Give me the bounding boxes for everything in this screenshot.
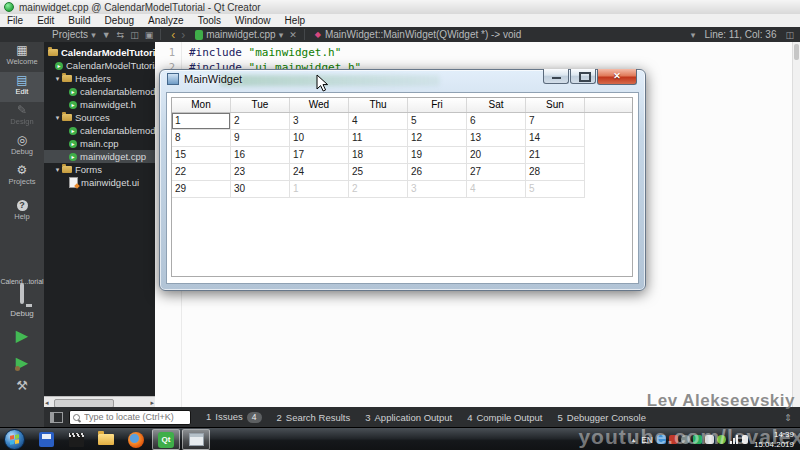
nav-forward-icon[interactable]: ›: [181, 28, 185, 42]
column-header[interactable]: Tue: [231, 98, 290, 112]
calendar-cell[interactable]: 17: [290, 147, 349, 164]
run-debug-button[interactable]: ▶: [16, 354, 28, 372]
calendar-cell[interactable]: 30: [231, 181, 290, 198]
tree-item-forms-group[interactable]: ▾ Forms: [44, 163, 155, 176]
open-document-name[interactable]: mainwidget.cpp: [206, 29, 275, 40]
symbol-dropdown-icon[interactable]: ▾: [691, 30, 696, 40]
calendar-cell[interactable]: 12: [408, 130, 467, 147]
calendar-cell[interactable]: 8: [172, 130, 231, 147]
link-editor-icon[interactable]: ⇆: [117, 30, 125, 40]
calendar-cell[interactable]: 14: [526, 130, 585, 147]
column-header[interactable]: Mon: [172, 98, 231, 112]
close-button[interactable]: ✕: [597, 69, 637, 85]
calendar-cell[interactable]: 16: [231, 147, 290, 164]
calendar-cell[interactable]: 26: [408, 164, 467, 181]
tree-item-source-file-selected[interactable]: ▸ mainwidget.cpp: [44, 150, 155, 163]
editor-vscrollbar[interactable]: [792, 42, 800, 407]
locator[interactable]: [69, 410, 191, 425]
start-button[interactable]: [4, 429, 25, 450]
taskbar-mainwidget-app[interactable]: [182, 429, 210, 450]
taskbar-qt-creator[interactable]: Qt: [152, 429, 180, 450]
mode-debug[interactable]: ◎ Debug: [0, 132, 44, 162]
maximize-button[interactable]: [570, 69, 596, 84]
mode-projects[interactable]: ⚙ Projects: [0, 162, 44, 192]
pane-debugger-console[interactable]: 5Debugger Console: [557, 412, 646, 423]
taskbar-app-1[interactable]: [32, 429, 60, 450]
tree-item-source-file[interactable]: ▸ main.cpp: [44, 137, 155, 150]
calendar-cell[interactable]: 3: [290, 113, 349, 130]
calendar-cell[interactable]: 4: [349, 113, 408, 130]
run-button[interactable]: ▶: [16, 327, 28, 345]
calendar-cell[interactable]: 6: [467, 113, 526, 130]
os-titlebar[interactable]: mainwidget.cpp @ CalendarModelTutorial -…: [0, 0, 800, 15]
calendar-cell[interactable]: 27: [467, 164, 526, 181]
calendar-table[interactable]: Mon Tue Wed Thu Fri Sat Sun 1 2 3 4 5 6 …: [171, 97, 633, 277]
pane-compile-output[interactable]: 4Compile Output: [467, 412, 542, 423]
calendar-cell-next-month[interactable]: 4: [467, 181, 526, 198]
chevron-down-icon[interactable]: ▾: [91, 30, 96, 40]
menu-build[interactable]: Build: [61, 14, 97, 27]
mode-welcome[interactable]: ▦ Welcome: [0, 42, 44, 72]
calendar-cell[interactable]: 10: [290, 130, 349, 147]
pane-arrows-icon[interactable]: ⇕: [784, 412, 792, 423]
calendar-cell[interactable]: 7: [526, 113, 585, 130]
column-header[interactable]: Wed: [290, 98, 349, 112]
minimize-button[interactable]: [543, 69, 569, 84]
tree-item-header-file[interactable]: ▸ calendartablemodel.h: [44, 85, 155, 98]
calendar-cell[interactable]: 9: [231, 130, 290, 147]
pane-search-results[interactable]: 2Search Results: [277, 412, 351, 423]
calendar-cell[interactable]: 18: [349, 147, 408, 164]
column-header[interactable]: Sun: [526, 98, 585, 112]
column-header[interactable]: Sat: [467, 98, 526, 112]
calendar-cell[interactable]: 19: [408, 147, 467, 164]
calendar-cell[interactable]: 5: [408, 113, 467, 130]
taskbar-app-4[interactable]: [122, 429, 150, 450]
tree-item-source-file[interactable]: ▸ calendartablemodel.cpp: [44, 124, 155, 137]
close-document-icon[interactable]: ✕: [289, 30, 297, 40]
calendar-cell[interactable]: 13: [467, 130, 526, 147]
pane-issues[interactable]: 1Issues4: [206, 411, 262, 423]
calendar-cell[interactable]: 15: [172, 147, 231, 164]
mainwidget-titlebar[interactable]: MainWidget: [167, 73, 242, 85]
menu-debug[interactable]: Debug: [98, 14, 141, 27]
calendar-cell[interactable]: 24: [290, 164, 349, 181]
calendar-cell[interactable]: 20: [467, 147, 526, 164]
calendar-cell-next-month[interactable]: 5: [526, 181, 585, 198]
calendar-cell[interactable]: 23: [231, 164, 290, 181]
tree-item-project-root[interactable]: CalendarModelTutorial: [44, 46, 155, 59]
build-button[interactable]: ⚒: [16, 378, 28, 393]
scrollbar-thumb[interactable]: [794, 44, 799, 60]
kit-selector[interactable]: Calend...torial Debug: [0, 278, 43, 318]
taskbar-app-3[interactable]: [92, 429, 120, 450]
tree-item-pro-file[interactable]: ▸ CalendarModelTutorial.pro: [44, 59, 155, 72]
calendar-cell-next-month[interactable]: 3: [408, 181, 467, 198]
expander-icon[interactable]: ▾: [54, 111, 61, 124]
taskbar-app-2[interactable]: [62, 429, 90, 450]
calendar-cell[interactable]: 11: [349, 130, 408, 147]
split-editor-icon[interactable]: ◫: [785, 30, 794, 40]
menu-window[interactable]: Window: [228, 14, 278, 27]
panel-mode-icon[interactable]: ▣: [145, 30, 154, 40]
split-panel-icon[interactable]: ◫: [130, 30, 139, 40]
mainwidget-window[interactable]: MainWidget ✕ Mon Tue Wed Thu Fri Sat Sun: [159, 69, 646, 291]
tree-item-headers-group[interactable]: ▾ Headers: [44, 72, 155, 85]
expander-icon[interactable]: ▾: [54, 163, 61, 176]
filter-icon[interactable]: ▼: [102, 30, 111, 40]
calendar-cell[interactable]: 29: [172, 181, 231, 198]
locator-input[interactable]: [82, 411, 186, 423]
calendar-cell[interactable]: 25: [349, 164, 408, 181]
mode-help[interactable]: ? Help: [0, 192, 44, 222]
calendar-cell-next-month[interactable]: 1: [290, 181, 349, 198]
calendar-cell[interactable]: 21: [526, 147, 585, 164]
calendar-cell[interactable]: 28: [526, 164, 585, 181]
menu-edit[interactable]: Edit: [30, 14, 61, 27]
calendar-cell[interactable]: 2: [231, 113, 290, 130]
toggle-sidebar-icon[interactable]: [50, 412, 63, 423]
calendar-cell-selected[interactable]: 1: [172, 113, 231, 130]
nav-back-icon[interactable]: ‹: [171, 28, 175, 42]
calendar-cell-next-month[interactable]: 2: [349, 181, 408, 198]
panel-selector[interactable]: Projects: [52, 29, 88, 40]
menu-tools[interactable]: Tools: [191, 14, 228, 27]
calendar-cell[interactable]: 22: [172, 164, 231, 181]
column-header[interactable]: Fri: [408, 98, 467, 112]
